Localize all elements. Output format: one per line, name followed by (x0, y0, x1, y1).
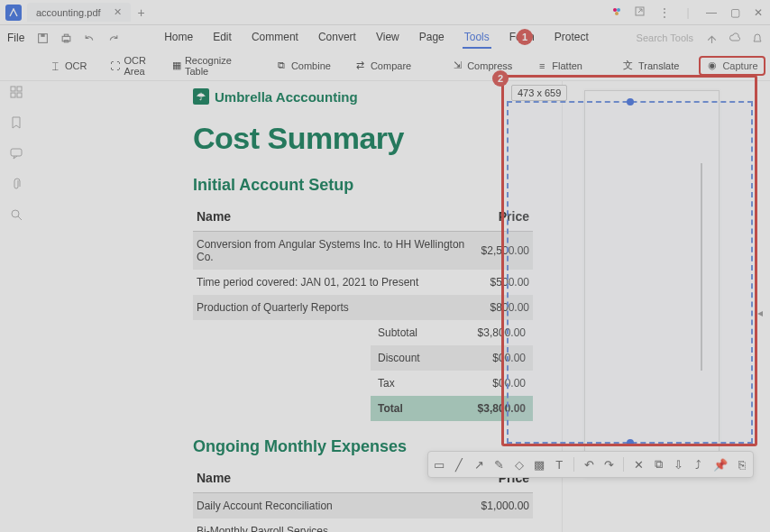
svg-rect-5 (41, 33, 44, 36)
file-menu[interactable]: File (7, 32, 24, 44)
svg-point-0 (613, 8, 617, 12)
table-row: Time period covered: JAN 01, 2021 to Pre… (193, 270, 478, 295)
section-heading: Initial Account Setup (193, 176, 533, 195)
bell-icon[interactable] (752, 32, 763, 44)
undo-icon[interactable] (82, 31, 96, 45)
attachments-icon[interactable] (9, 177, 23, 191)
callout-badge-1: 1 (517, 29, 533, 45)
line-tool-icon[interactable]: ╱ (454, 457, 464, 472)
svg-rect-7 (64, 34, 68, 36)
highlighter-icon[interactable]: ◇ (514, 457, 525, 472)
selection-size-label: 473 x 659 (511, 85, 567, 101)
palette-icon[interactable] (611, 6, 624, 19)
ocr-area-icon: ⛶ (110, 60, 120, 72)
print-icon[interactable] (59, 31, 73, 45)
close-window-icon[interactable]: ✕ (752, 6, 765, 19)
svg-rect-11 (11, 93, 15, 97)
mosaic-icon[interactable]: ▩ (534, 457, 545, 472)
svg-rect-9 (11, 87, 15, 91)
menu-view[interactable]: View (374, 27, 401, 49)
menu-comment[interactable]: Comment (250, 27, 300, 49)
camera-icon: ◉ (706, 60, 719, 72)
document-tab[interactable]: accounting.pdf ✕ (27, 3, 131, 22)
ocr-area-button[interactable]: ⛶OCR Area (106, 52, 151, 79)
save-snap-icon[interactable]: ⇩ (673, 457, 683, 472)
page-title: Cost Summary (193, 121, 533, 156)
maximize-icon[interactable]: ▢ (729, 6, 741, 19)
more-icon[interactable]: ⋮ (658, 6, 671, 19)
titlebar: accounting.pdf ✕ + ⋮ | — ▢ ✕ (0, 0, 770, 25)
svg-point-14 (12, 210, 19, 217)
confirm-snap-icon[interactable]: ⎘ (737, 457, 747, 472)
ocr-icon: ⌶ (49, 60, 61, 72)
pen-tool-icon[interactable]: ✎ (494, 457, 505, 472)
capture-toolbar: ▭ ╱ ↗ ✎ ◇ ▩ T ↶ ↷ ✕ ⧉ ⇩ ⤴ 📌 ⎘ (427, 451, 754, 478)
redo-icon[interactable] (105, 31, 120, 45)
comments-icon[interactable] (9, 146, 23, 161)
menu-convert[interactable]: Convert (316, 27, 358, 49)
save-icon[interactable] (35, 31, 50, 45)
rect-tool-icon[interactable]: ▭ (434, 457, 445, 472)
company-brand: ☂ Umbrella Acccounting (193, 88, 533, 105)
menu-home[interactable]: Home (162, 27, 195, 49)
menu-bar-row: File Home Edit Comment Convert View Page… (0, 25, 770, 50)
table-row: Daily Account Reconciliation (193, 493, 438, 519)
svg-rect-12 (17, 93, 22, 97)
share-icon[interactable] (706, 32, 718, 44)
app-icon (5, 5, 22, 21)
menu-tools[interactable]: Tools (463, 27, 491, 49)
initial-setup-table: NamePrice Conversion from Angular System… (193, 202, 533, 320)
callout-badge-2: 2 (492, 70, 509, 87)
svg-rect-10 (17, 87, 22, 91)
compress-icon: ⇲ (451, 60, 463, 72)
open-external-icon[interactable] (635, 6, 647, 19)
combine-icon: ⧉ (275, 60, 288, 72)
svg-point-1 (617, 8, 620, 12)
compare-button[interactable]: ⇄Compare (351, 57, 415, 75)
search-rail-icon[interactable] (9, 207, 23, 222)
compare-icon: ⇄ (354, 60, 367, 72)
search-tools-input[interactable]: Search Tools (637, 32, 693, 43)
bookmark-icon[interactable] (9, 115, 23, 130)
export-snap-icon[interactable]: ⤴ (693, 457, 704, 472)
copy-snap-icon[interactable]: ⧉ (653, 457, 664, 472)
undo-snap-icon[interactable]: ↶ (583, 457, 594, 472)
ocr-button[interactable]: ⌶OCR (45, 57, 90, 75)
flatten-button[interactable]: ≡Flatten (532, 57, 586, 75)
combine-button[interactable]: ⧉Combine (271, 57, 335, 75)
svg-point-2 (615, 12, 619, 15)
cloud-icon[interactable] (729, 32, 741, 44)
left-rail (0, 81, 32, 532)
cancel-snap-icon[interactable]: ✕ (633, 457, 644, 472)
svg-rect-13 (11, 149, 22, 156)
expand-panel-icon[interactable]: ◂ (754, 307, 766, 319)
minimize-icon[interactable]: — (705, 6, 718, 19)
table-row: Bi-Monthly Payroll Services (193, 518, 438, 532)
menu-page[interactable]: Page (417, 27, 446, 49)
table-row: Production of Quarterly Reports (193, 295, 478, 320)
table-row: Conversion from Angular Systems Inc. to … (193, 232, 478, 271)
text-tool-icon[interactable]: T (554, 457, 564, 472)
main-menu: Home Edit Comment Convert View Page Tool… (129, 27, 623, 49)
translate-icon: 文 (622, 60, 635, 72)
thumbnails-icon[interactable] (9, 85, 23, 99)
recognize-table-button[interactable]: ▦Recognize Table (169, 52, 239, 79)
flatten-icon: ≡ (536, 60, 548, 72)
capture-selection[interactable] (507, 101, 753, 444)
translate-button[interactable]: 文Translate (619, 57, 683, 75)
tools-toolbar: ⌶OCR ⛶OCR Area ▦Recognize Table ⧉Combine… (0, 50, 770, 81)
menu-edit[interactable]: Edit (211, 27, 234, 49)
redo-snap-icon[interactable]: ↷ (603, 457, 614, 472)
table-icon: ▦ (172, 60, 181, 72)
new-tab-button[interactable]: + (138, 5, 145, 20)
arrow-tool-icon[interactable]: ↗ (473, 457, 484, 472)
menu-protect[interactable]: Protect (553, 27, 591, 49)
tab-title: accounting.pdf (36, 7, 101, 18)
pin-snap-icon[interactable]: 📌 (713, 457, 728, 472)
capture-button[interactable]: ◉Capture (699, 56, 765, 76)
close-tab-icon[interactable]: ✕ (114, 6, 122, 18)
umbrella-icon: ☂ (193, 88, 209, 105)
